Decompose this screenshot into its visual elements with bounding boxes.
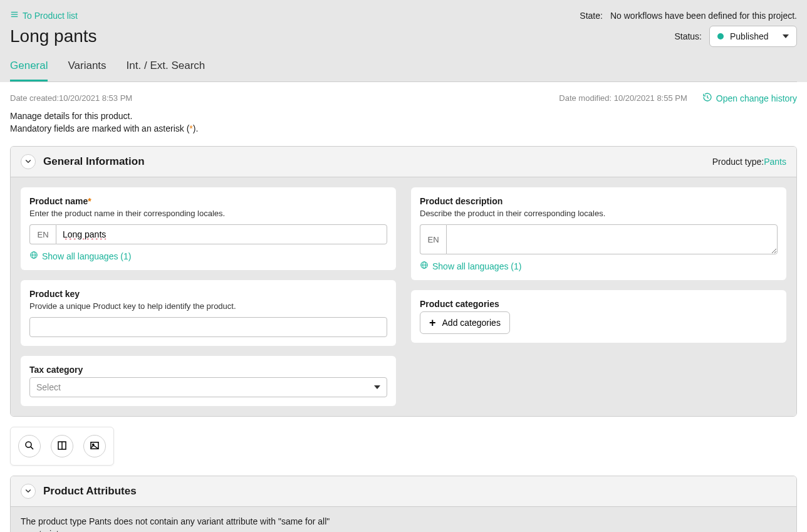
intro-text: Manage details for this product. Mandato… [10,110,797,135]
back-to-product-list-link[interactable]: To Product list [10,10,78,21]
chevron-down-icon [24,486,32,496]
product-name-label-text: Product name [29,196,88,206]
product-type: Product type:Pants [712,157,786,167]
show-langs-name-label: Show all languages (1) [42,251,131,261]
product-name-help: Enter the product name in their correspo… [29,209,387,218]
product-description-card: Product description Describe the product… [411,187,786,280]
product-type-label: Product type: [712,157,764,167]
back-link-label: To Product list [23,11,78,21]
tab-general[interactable]: General [10,55,48,81]
product-name-locale: EN [29,224,56,244]
product-description-locale: EN [420,224,446,254]
show-all-languages-name[interactable]: Show all languages (1) [29,251,387,261]
svg-line-4 [707,98,709,98]
product-description-label: Product description [420,196,778,206]
tax-category-placeholder: Select [36,382,61,392]
product-name-label: Product name* [29,196,387,206]
date-created: Date created: 10/20/2021 8:53 PM [10,93,132,103]
svg-point-11 [26,442,31,447]
product-key-input[interactable] [29,317,387,337]
product-attributes-text: The product type Pants does not contain … [21,516,346,532]
toolbar-image-button[interactable] [83,435,106,457]
state-value: No workflows have been defined for this … [610,11,797,21]
date-modified-label: Date modified: [559,93,613,103]
floating-toolbar [10,427,114,466]
general-info-title: General Information [43,155,145,168]
product-description-help: Describe the product in their correspond… [420,209,778,218]
general-information-panel: General Information Product type:Pants P… [10,146,797,417]
intro-suffix: ). [193,123,199,133]
chevron-down-icon [783,34,789,38]
product-key-card: Product key Provide a unique Product key… [21,280,396,346]
chevron-down-icon [374,385,380,389]
date-created-label: Date created: [10,93,59,103]
history-icon [702,92,712,104]
chevron-down-icon [24,157,32,167]
collapse-general-button[interactable] [21,154,36,169]
date-created-value: 10/20/2021 8:53 PM [59,93,132,103]
product-name-input[interactable] [56,224,387,244]
status-value: Published [730,31,769,41]
tabs: General Variants Int. / Ext. Search [10,55,797,82]
product-key-help: Provide a unique Product key to help ide… [29,301,387,311]
tax-category-card: Tax category Select [21,356,396,406]
status-label: Status: [674,31,702,41]
tax-category-label: Tax category [29,365,387,375]
product-categories-card: Product categories + Add categories [411,290,786,343]
tab-variants[interactable]: Variants [68,55,106,81]
date-modified: Date modified: 10/20/2021 8:55 PM [559,93,687,103]
add-categories-label: Add categories [442,318,501,328]
show-langs-desc-label: Show all languages (1) [432,261,521,271]
product-type-link[interactable]: Pants [764,157,786,167]
status-select[interactable]: Published [709,26,797,47]
svg-line-12 [31,447,33,449]
columns-icon [56,440,68,453]
state-info: State: No workflows have been defined fo… [580,11,797,21]
date-modified-value: 10/20/2021 8:55 PM [614,93,687,103]
open-change-history-link[interactable]: Open change history [702,92,797,104]
search-icon [24,440,35,453]
page-title: Long pants [10,26,97,46]
add-categories-button[interactable]: + Add categories [420,311,510,334]
list-icon [10,10,19,21]
product-attributes-panel: Product Attributes The product type Pant… [10,476,797,532]
intro-line1: Manage details for this product. [10,110,797,123]
product-description-input[interactable] [446,224,778,254]
tax-category-select[interactable]: Select [29,377,387,397]
product-key-label: Product key [29,289,387,299]
product-categories-label: Product categories [420,299,778,309]
state-label: State: [580,11,603,21]
toolbar-columns-button[interactable] [51,435,73,457]
show-all-languages-desc[interactable]: Show all languages (1) [420,261,778,271]
tab-int-ext-search[interactable]: Int. / Ext. Search [127,55,206,81]
status-dot-icon [717,33,724,39]
intro-prefix: Mandatory fields are marked with an aste… [10,123,189,133]
product-name-card: Product name* Enter the product name in … [21,187,396,270]
required-asterisk-icon: * [88,196,91,206]
globe-icon [420,261,429,271]
toolbar-search-button[interactable] [18,435,41,457]
intro-line2: Mandatory fields are marked with an aste… [10,123,797,135]
product-attributes-title: Product Attributes [43,485,137,498]
globe-icon [29,251,38,261]
open-history-label: Open change history [716,93,797,103]
plus-icon: + [429,317,436,328]
collapse-attributes-button[interactable] [21,484,36,499]
image-icon [89,440,100,453]
